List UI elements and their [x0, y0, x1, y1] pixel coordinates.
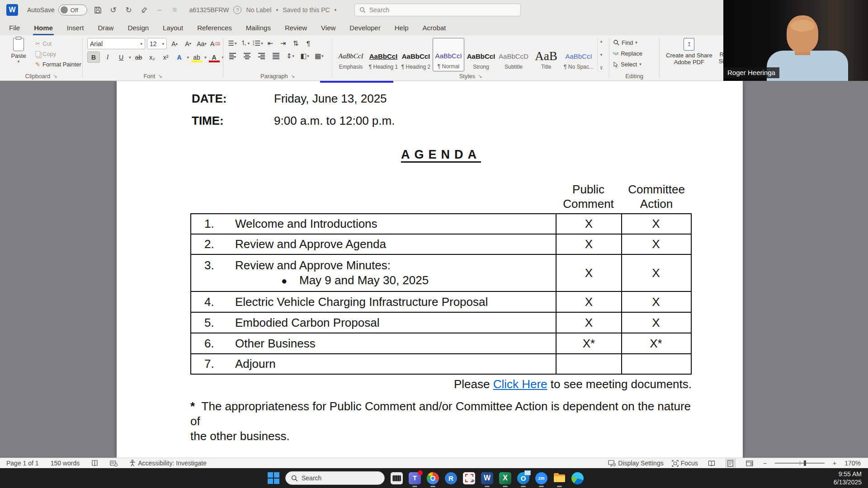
- shrink-font-button[interactable]: A▾: [182, 38, 194, 49]
- align-center-button[interactable]: [241, 51, 252, 61]
- teams-icon[interactable]: T: [409, 472, 421, 484]
- sensitivity-label[interactable]: No Label: [246, 6, 271, 14]
- autosave-toggle[interactable]: AutoSave Off: [27, 5, 87, 15]
- justify-button[interactable]: [270, 51, 281, 61]
- style-normal[interactable]: AaBbCcI ¶ Normal: [433, 38, 464, 71]
- line-spacing-button[interactable]: ⇕▾: [285, 51, 296, 61]
- clear-formatting-button[interactable]: A⌫: [209, 38, 221, 49]
- tab-view[interactable]: View: [320, 22, 336, 33]
- app-r-icon[interactable]: R: [445, 472, 457, 484]
- font-name-combo[interactable]: Arial▾: [87, 38, 145, 49]
- touch-keyboard-icon[interactable]: [391, 472, 403, 484]
- format-painter-button[interactable]: ✎ Format Painter: [35, 60, 81, 69]
- tab-draw[interactable]: Draw: [97, 22, 114, 33]
- zoom-app-icon[interactable]: zm: [535, 472, 547, 484]
- bullets-button[interactable]: ☰▾: [227, 38, 238, 48]
- chrome-icon[interactable]: [427, 472, 439, 484]
- save-icon[interactable]: [94, 5, 103, 14]
- italic-button[interactable]: I: [102, 52, 113, 62]
- click-here-link[interactable]: Click Here: [493, 377, 547, 391]
- tab-acrobat[interactable]: Acrobat: [422, 22, 447, 33]
- subscript-button[interactable]: x₂: [146, 52, 158, 62]
- replace-button[interactable]: ᵇ⇄ Replace: [613, 49, 642, 58]
- cut-button[interactable]: ✂ Cut: [35, 39, 81, 48]
- zoom-slider-thumb[interactable]: [804, 460, 806, 466]
- redo-icon[interactable]: ↻: [124, 5, 133, 14]
- align-left-button[interactable]: [227, 51, 238, 61]
- underline-chevron-icon[interactable]: ▾: [129, 55, 131, 60]
- zoom-in-button[interactable]: +: [833, 460, 836, 467]
- start-button[interactable]: [268, 472, 279, 484]
- read-mode-button[interactable]: [706, 459, 717, 468]
- tab-file[interactable]: File: [8, 22, 21, 33]
- taskbar-search-box[interactable]: Search: [285, 471, 385, 485]
- tab-review[interactable]: Review: [284, 22, 308, 33]
- find-button[interactable]: Find▾: [613, 38, 642, 47]
- file-explorer-icon[interactable]: [553, 472, 566, 484]
- print-layout-button[interactable]: [725, 459, 736, 468]
- show-formatting-marks-button[interactable]: ¶: [303, 38, 314, 48]
- style-heading2[interactable]: AaBbCcI ¶ Heading 2: [400, 38, 432, 71]
- document-canvas[interactable]: DATE: Friday, June 13, 2025 TIME: 9:00 a…: [0, 81, 868, 458]
- strikethrough-button[interactable]: ab: [133, 52, 145, 62]
- text-effects-button[interactable]: A: [174, 52, 185, 62]
- table-row[interactable]: 5.Embodied Carbon Proposal X X: [191, 312, 691, 333]
- style-strong[interactable]: AaBbCcI Strong: [465, 38, 497, 71]
- tab-help[interactable]: Help: [394, 22, 410, 33]
- table-row[interactable]: 2.Review and Approve Agenda X X: [191, 234, 691, 254]
- styles-dialog-launcher-icon[interactable]: ↘: [478, 73, 482, 79]
- underline-button[interactable]: U: [115, 52, 127, 62]
- zoom-out-button[interactable]: −: [763, 460, 767, 467]
- undo-icon[interactable]: ↺: [109, 5, 118, 14]
- zoom-slider[interactable]: [775, 463, 825, 464]
- paragraph-dialog-launcher-icon[interactable]: ↘: [291, 73, 295, 79]
- tab-references[interactable]: References: [196, 22, 233, 33]
- accessibility-checker[interactable]: Accessibility: Investigate: [129, 460, 207, 467]
- focus-button[interactable]: Focus: [672, 460, 698, 467]
- grow-font-button[interactable]: A▴: [169, 38, 180, 49]
- highlight-chevron-icon[interactable]: ▾: [204, 55, 207, 60]
- proofing-errors-icon[interactable]: [91, 460, 98, 467]
- sensitivity-label-icon[interactable]: ?: [233, 6, 241, 14]
- style-heading1[interactable]: AaBbCcI ¶ Heading 1: [368, 38, 399, 71]
- outlook-icon[interactable]: O: [517, 472, 529, 484]
- superscript-button[interactable]: x²: [160, 52, 172, 62]
- system-clock[interactable]: 9:55 AM 6/13/2025: [834, 470, 862, 486]
- tab-developer[interactable]: Developer: [349, 22, 381, 33]
- snipping-tool-icon[interactable]: ✂: [463, 472, 475, 484]
- page-indicator[interactable]: Page 1 of 1: [6, 460, 39, 467]
- shading-button[interactable]: ◧▾: [299, 51, 310, 61]
- decrease-indent-button[interactable]: ⇤: [265, 38, 276, 48]
- copy-button[interactable]: Copy: [35, 49, 81, 58]
- create-share-pdf-button[interactable]: ↥ Create and Share Adobe PDF: [666, 38, 712, 71]
- style-emphasis[interactable]: AaBbCcI Emphasis: [335, 38, 367, 71]
- select-button[interactable]: Select▾: [613, 60, 642, 69]
- styles-scroll-down-icon[interactable]: ▾: [600, 52, 603, 57]
- paste-button[interactable]: Paste ▾: [5, 38, 32, 71]
- multilevel-list-button[interactable]: ⁝☰▾: [252, 38, 263, 48]
- table-row[interactable]: 4.Electric Vehicle Charging Infrastructu…: [191, 291, 691, 312]
- zoom-percentage[interactable]: 170%: [844, 460, 861, 467]
- font-dialog-launcher-icon[interactable]: ↘: [158, 73, 162, 79]
- style-subtitle[interactable]: AaBbCcD Subtitle: [498, 38, 529, 71]
- align-right-button[interactable]: [256, 51, 267, 61]
- tab-mailings[interactable]: Mailings: [245, 22, 272, 33]
- highlight-button[interactable]: ab: [191, 52, 203, 62]
- table-row[interactable]: 6.Other Business X* X*: [191, 333, 691, 353]
- save-status[interactable]: Saved to this PC: [283, 6, 330, 14]
- numbering-button[interactable]: ⒈▾: [240, 38, 250, 48]
- change-case-button[interactable]: Aa▾: [196, 38, 208, 49]
- table-row[interactable]: 3.Review and Approve Minutes: ●May 9 and…: [191, 254, 691, 291]
- ink-pen-icon[interactable]: [140, 5, 149, 14]
- tab-insert[interactable]: Insert: [66, 22, 85, 33]
- font-size-combo[interactable]: 12▾: [147, 38, 167, 49]
- word-count[interactable]: 150 words: [51, 460, 80, 467]
- clipboard-dialog-launcher-icon[interactable]: ↘: [53, 73, 57, 79]
- styles-scroll-up-icon[interactable]: ▴: [600, 39, 603, 43]
- sort-button[interactable]: ⇅: [290, 38, 301, 48]
- borders-button[interactable]: ▦▾: [314, 51, 325, 61]
- customize-qat-icon[interactable]: ≡: [170, 5, 179, 14]
- bold-button[interactable]: B: [87, 52, 100, 63]
- tab-layout[interactable]: Layout: [162, 22, 184, 33]
- tab-home[interactable]: Home: [33, 22, 54, 33]
